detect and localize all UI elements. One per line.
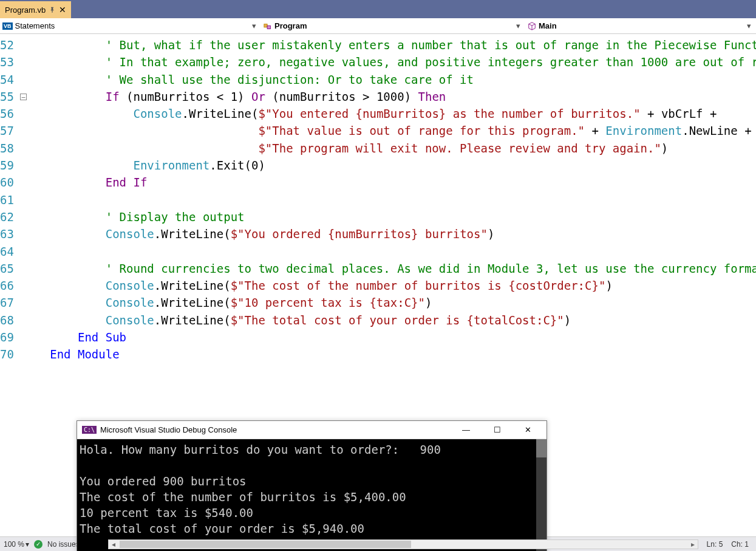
file-tab-program[interactable]: Program.vb ✕ bbox=[0, 1, 71, 18]
line-number: 63 bbox=[0, 225, 20, 242]
line-number: 57 bbox=[0, 122, 20, 139]
console-scroll-thumb[interactable] bbox=[536, 439, 547, 457]
scope-dropdown[interactable]: VB Statements ▾ bbox=[0, 18, 261, 33]
tab-filename: Program.vb bbox=[5, 5, 46, 15]
line-number: 60 bbox=[0, 174, 20, 191]
console-output[interactable]: Hola. How many burritos do you want to o… bbox=[77, 439, 547, 551]
line-number: 55 bbox=[0, 88, 20, 105]
console-title: Microsoft Visual Studio Debug Console bbox=[100, 425, 237, 434]
scroll-thumb[interactable] bbox=[120, 541, 411, 548]
fold-toggle-icon[interactable]: – bbox=[20, 94, 27, 100]
line-number: 66 bbox=[0, 277, 20, 294]
code-comment: ' Round currencies to two decimal places… bbox=[106, 262, 756, 275]
maximize-button[interactable]: ☐ bbox=[483, 422, 511, 439]
line-number: 70 bbox=[0, 346, 20, 363]
method-icon bbox=[528, 22, 536, 30]
code-comment: ' In that example; zero, negative values… bbox=[106, 55, 756, 69]
line-number: 59 bbox=[0, 157, 20, 174]
member-dropdown[interactable]: Main ▾ bbox=[525, 18, 756, 33]
outline-column: – bbox=[20, 34, 27, 536]
debug-console-window[interactable]: C:\ Microsoft Visual Studio Debug Consol… bbox=[77, 420, 547, 551]
chevron-down-icon: ▾ bbox=[744, 21, 754, 30]
char-indicator: Ch: 1 bbox=[731, 540, 749, 549]
line-indicator: Ln: 5 bbox=[707, 540, 723, 549]
zoom-dropdown[interactable]: 100 % ▾ bbox=[4, 540, 29, 549]
minimize-button[interactable]: — bbox=[452, 422, 480, 439]
navigation-bar: VB Statements ▾ Program ▾ Main ▾ bbox=[0, 18, 756, 34]
code-comment: ' But, what if the user mistakenly enter… bbox=[106, 38, 756, 52]
chevron-down-icon: ▾ bbox=[250, 21, 259, 30]
console-titlebar[interactable]: C:\ Microsoft Visual Studio Debug Consol… bbox=[77, 421, 547, 439]
scroll-left-icon[interactable]: ◂ bbox=[109, 540, 118, 549]
tab-strip: Program.vb ✕ bbox=[0, 0, 756, 18]
line-number: 69 bbox=[0, 329, 20, 346]
kw: If bbox=[106, 90, 120, 103]
svg-rect-1 bbox=[267, 26, 270, 29]
console-text: Hola. How many burritos do you want to o… bbox=[80, 443, 441, 535]
chevron-down-icon: ▾ bbox=[26, 540, 29, 549]
horizontal-scrollbar[interactable]: ◂ ▸ bbox=[108, 539, 698, 549]
scroll-right-icon[interactable]: ▸ bbox=[688, 540, 698, 549]
scope-text: Statements bbox=[15, 21, 55, 30]
member-text: Main bbox=[539, 21, 557, 30]
line-number: 53 bbox=[0, 53, 20, 70]
console-app-icon: C:\ bbox=[82, 426, 97, 434]
svg-rect-0 bbox=[264, 24, 267, 27]
class-icon bbox=[264, 22, 272, 30]
line-number-gutter: 52535455565758596061626364656667686970 bbox=[0, 34, 20, 536]
check-icon: ✓ bbox=[34, 540, 43, 549]
chevron-down-icon: ▾ bbox=[514, 21, 523, 30]
line-number: 58 bbox=[0, 140, 20, 157]
class-text: Program bbox=[274, 21, 307, 30]
class-dropdown[interactable]: Program ▾ bbox=[261, 18, 525, 33]
code-comment: ' Display the output bbox=[106, 210, 245, 224]
line-number: 56 bbox=[0, 105, 20, 122]
line-number: 54 bbox=[0, 71, 20, 88]
line-number: 67 bbox=[0, 294, 20, 311]
vb-icon: VB bbox=[2, 22, 13, 30]
code-comment: ' We shall use the disjunction: Or to ta… bbox=[106, 73, 474, 86]
pin-icon[interactable] bbox=[49, 7, 55, 13]
close-button[interactable]: ✕ bbox=[514, 422, 542, 439]
line-number: 65 bbox=[0, 260, 20, 277]
line-number: 68 bbox=[0, 312, 20, 329]
line-number: 61 bbox=[0, 191, 20, 208]
line-number: 64 bbox=[0, 243, 20, 260]
zoom-level: 100 % bbox=[4, 540, 24, 549]
status-bar: 100 % ▾ ✓ No issues found ◂ ▸ Ln: 5 Ch: … bbox=[0, 536, 756, 551]
close-tab-icon[interactable]: ✕ bbox=[59, 5, 66, 15]
code-editor[interactable]: 52535455565758596061626364656667686970 –… bbox=[0, 34, 756, 536]
line-number: 52 bbox=[0, 36, 20, 53]
line-number: 62 bbox=[0, 208, 20, 225]
